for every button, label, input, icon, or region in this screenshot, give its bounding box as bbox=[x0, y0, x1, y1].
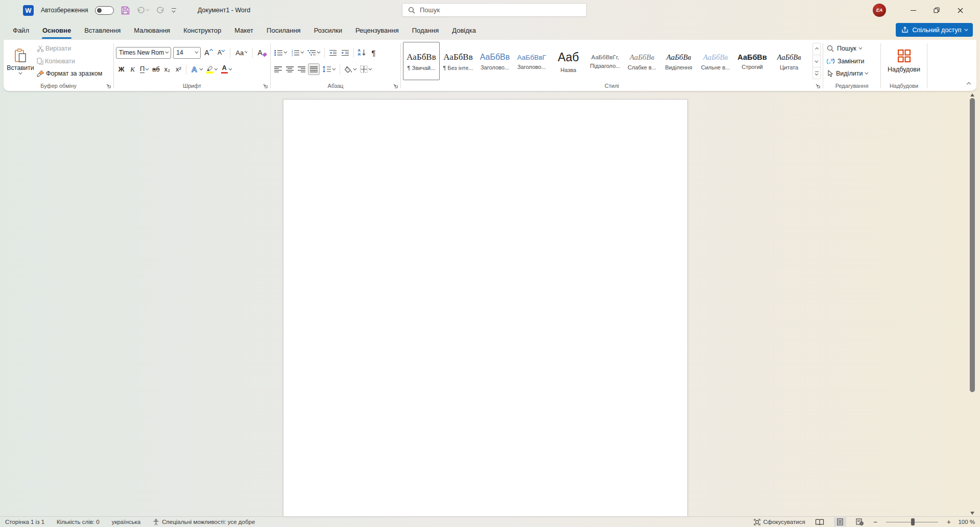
change-case-button[interactable]: Aa bbox=[234, 47, 248, 59]
print-layout-button[interactable] bbox=[834, 517, 846, 526]
align-left-button[interactable] bbox=[273, 63, 283, 75]
language-indicator[interactable]: українська bbox=[112, 519, 141, 525]
strikethrough-button[interactable]: аб bbox=[151, 63, 161, 75]
format-painter-button[interactable]: Формат за зразком bbox=[35, 68, 104, 80]
clipboard-dialog-launcher[interactable] bbox=[106, 83, 111, 88]
tab-design[interactable]: Конструктор bbox=[177, 20, 228, 40]
find-button[interactable]: Пошук bbox=[825, 43, 863, 55]
zoom-in-button[interactable]: + bbox=[947, 518, 951, 526]
font-color-button[interactable]: А bbox=[220, 63, 233, 75]
close-button[interactable] bbox=[948, 0, 972, 20]
cut-button[interactable]: Вирізати bbox=[35, 43, 73, 55]
shading-button[interactable] bbox=[343, 63, 358, 75]
tab-home[interactable]: Основне bbox=[36, 20, 78, 40]
styles-scroll-down-button[interactable] bbox=[813, 55, 820, 67]
justify-button[interactable] bbox=[308, 63, 320, 75]
scroll-up-icon[interactable] bbox=[970, 93, 974, 97]
decrease-indent-button[interactable] bbox=[327, 47, 339, 59]
paste-dropdown-icon[interactable] bbox=[19, 71, 22, 74]
tab-file[interactable]: Файл bbox=[6, 20, 36, 40]
replace-button[interactable]: b c Замінити bbox=[825, 55, 866, 67]
borders-button[interactable] bbox=[358, 63, 373, 75]
style-strong[interactable]: АаБбВв Строгий bbox=[734, 42, 771, 80]
font-name-combobox[interactable]: Times New Roman bbox=[116, 47, 171, 59]
styles-dialog-launcher[interactable] bbox=[815, 83, 820, 88]
font-dialog-launcher[interactable] bbox=[262, 83, 268, 88]
show-paragraph-marks-button[interactable]: ¶ bbox=[368, 47, 379, 59]
save-icon[interactable] bbox=[121, 6, 130, 15]
read-mode-button[interactable] bbox=[812, 518, 827, 526]
style-emphasis[interactable]: АаБбВв Виділення bbox=[660, 42, 697, 80]
multilevel-list-button[interactable] bbox=[306, 47, 322, 59]
numbering-button[interactable]: 123 bbox=[290, 47, 305, 59]
style-intense-emphasis[interactable]: АаБбВв Сильне в... bbox=[697, 42, 734, 80]
share-button[interactable]: Спільний доступ bbox=[896, 23, 973, 37]
sort-button[interactable]: АЯ bbox=[356, 47, 367, 59]
addins-button[interactable]: Надбудови bbox=[883, 42, 924, 80]
tab-mailings[interactable]: Розсилки bbox=[307, 20, 349, 40]
bullets-button[interactable] bbox=[273, 47, 289, 59]
line-spacing-button[interactable] bbox=[321, 63, 337, 75]
zoom-slider[interactable] bbox=[886, 522, 938, 522]
tab-view[interactable]: Подання bbox=[405, 20, 446, 40]
styles-gallery-expand-button[interactable] bbox=[813, 67, 820, 79]
scroll-down-icon[interactable] bbox=[970, 512, 974, 515]
paste-button[interactable]: Вставити bbox=[6, 42, 35, 80]
grow-font-button[interactable]: A bbox=[203, 47, 213, 59]
styles-scroll-up-button[interactable] bbox=[813, 43, 820, 55]
word-count[interactable]: Кількість слів: 0 bbox=[57, 519, 100, 525]
align-center-button[interactable] bbox=[284, 63, 295, 75]
increase-indent-button[interactable] bbox=[340, 47, 351, 59]
accessibility-status[interactable]: Спеціальні можливості: усе добре bbox=[153, 519, 255, 525]
undo-dropdown-icon[interactable] bbox=[147, 8, 150, 11]
copy-button[interactable]: Копіювати bbox=[35, 55, 77, 67]
collapse-ribbon-button[interactable] bbox=[967, 79, 970, 88]
style-subtle-emphasis[interactable]: АаБбВв Слабке в... bbox=[624, 42, 660, 80]
restore-button[interactable] bbox=[925, 0, 948, 20]
redo-button[interactable] bbox=[156, 7, 164, 14]
style-quote[interactable]: АаБбВв Цитата bbox=[771, 42, 807, 80]
web-layout-button[interactable] bbox=[853, 517, 867, 526]
underline-dropdown-icon[interactable] bbox=[146, 67, 149, 70]
clear-formatting-button[interactable]: A bbox=[256, 47, 269, 59]
tab-help[interactable]: Довідка bbox=[445, 20, 483, 40]
text-highlight-button[interactable] bbox=[204, 63, 219, 75]
underline-button[interactable]: П bbox=[138, 63, 150, 75]
autosave-toggle[interactable] bbox=[95, 6, 114, 15]
paragraph-dialog-launcher[interactable] bbox=[393, 83, 398, 88]
text-effects-button[interactable]: А bbox=[188, 63, 204, 75]
font-size-combobox[interactable]: 14 bbox=[173, 47, 201, 59]
style-no-spacing[interactable]: АаБбВв ¶ Без інте... bbox=[440, 42, 476, 80]
align-right-button[interactable] bbox=[296, 63, 307, 75]
tab-review[interactable]: Рецензування bbox=[349, 20, 405, 40]
scrollbar-thumb[interactable] bbox=[970, 98, 975, 392]
search-box[interactable] bbox=[402, 3, 587, 17]
style-subtitle[interactable]: АаБбВвГг, Підзаголо... bbox=[587, 42, 624, 80]
tab-layout[interactable]: Макет bbox=[228, 20, 260, 40]
italic-button[interactable]: К bbox=[127, 63, 138, 75]
superscript-button[interactable]: x² bbox=[173, 63, 184, 75]
style-heading1[interactable]: АаБбВв Заголово... bbox=[476, 42, 513, 80]
zoom-slider-thumb[interactable] bbox=[911, 518, 915, 525]
bold-button[interactable]: Ж bbox=[116, 63, 127, 75]
zoom-level[interactable]: 100 % bbox=[958, 519, 975, 525]
document-page[interactable] bbox=[283, 99, 688, 516]
focus-mode-button[interactable]: Сфокусуватися bbox=[754, 519, 805, 525]
tab-insert[interactable]: Вставлення bbox=[78, 20, 127, 40]
customize-qat-icon[interactable] bbox=[172, 8, 176, 12]
style-heading2[interactable]: АаБбВвГ Заголово... bbox=[513, 42, 550, 80]
shrink-font-button[interactable]: A bbox=[216, 47, 226, 59]
minimize-button[interactable] bbox=[901, 0, 925, 20]
zoom-out-button[interactable]: − bbox=[873, 518, 877, 526]
vertical-scrollbar[interactable] bbox=[968, 92, 976, 516]
select-button[interactable]: Виділити bbox=[825, 68, 870, 80]
undo-button[interactable] bbox=[137, 7, 149, 14]
word-app-icon[interactable]: W bbox=[23, 5, 34, 16]
tab-references[interactable]: Посилання bbox=[260, 20, 307, 40]
search-input[interactable] bbox=[420, 6, 581, 14]
subscript-button[interactable]: x₂ bbox=[162, 63, 173, 75]
avatar[interactable]: EA bbox=[873, 4, 886, 17]
style-title[interactable]: Ааб Назва bbox=[550, 42, 587, 80]
style-normal[interactable]: АаБбВв ¶ Звичай... bbox=[403, 42, 440, 80]
tab-draw[interactable]: Малювання bbox=[127, 20, 177, 40]
